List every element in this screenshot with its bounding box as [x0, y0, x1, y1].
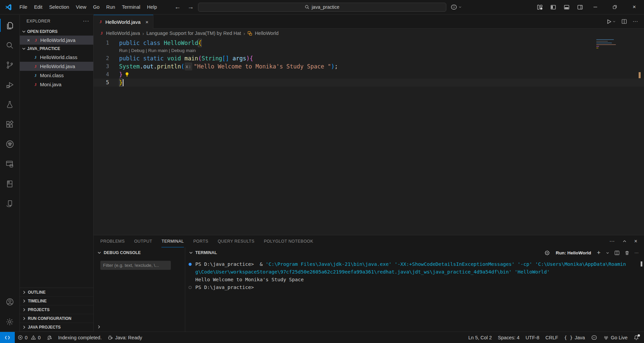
code-line-1[interactable]: 1public class HelloWorld{ [94, 39, 644, 47]
menu-run[interactable]: Run [103, 4, 119, 10]
maximize-panel-icon[interactable] [622, 239, 627, 244]
new-terminal-icon[interactable]: + [597, 249, 600, 256]
customize-layout-icon[interactable] [537, 4, 543, 10]
menu-edit[interactable]: Edit [31, 4, 46, 10]
panel-tab-query-results[interactable]: QUERY RESULTS [218, 235, 254, 247]
github-icon[interactable] [0, 134, 19, 154]
section-projects[interactable]: PROJECTS [20, 305, 93, 314]
terminal-output[interactable]: PS D:\java_practice> & 'C:\Program Files… [185, 258, 644, 332]
debug-filter-input[interactable] [100, 261, 171, 270]
breadcrumb-extension[interactable]: Language Support for Java(TM) by Red Hat [146, 31, 241, 36]
command-center[interactable]: java_practice [198, 3, 446, 12]
command-decoration-hollow[interactable] [189, 286, 192, 289]
menu-file[interactable]: File [16, 4, 31, 10]
close-panel-icon[interactable]: × [634, 238, 637, 244]
tab-helloworld-java[interactable]: J HelloWorld.java × [94, 15, 153, 29]
terminal-scrollbar[interactable] [641, 261, 642, 266]
command-decoration-filled[interactable] [189, 263, 192, 266]
toggle-secondary-sidebar-icon[interactable] [577, 4, 583, 10]
code-editor[interactable]: 1public class HelloWorld{Run | Debug | R… [94, 38, 644, 235]
panel-tab-output[interactable]: OUTPUT [134, 235, 152, 247]
split-terminal-icon[interactable] [614, 250, 620, 255]
settings-gear-icon[interactable] [0, 312, 19, 332]
copilot-status-icon[interactable] [588, 332, 600, 343]
terminal-dropdown-icon[interactable] [606, 251, 609, 255]
run-and-debug-icon[interactable] [0, 75, 19, 95]
testing-icon[interactable] [0, 95, 19, 114]
breadcrumb-file[interactable]: HelloWorld.java [106, 31, 140, 36]
minimize-icon[interactable] [586, 0, 605, 14]
file-helloworld-class[interactable]: JHelloWorld.class [20, 53, 93, 62]
indentation-setting[interactable]: Spaces: 4 [495, 332, 523, 343]
minimap[interactable] [596, 39, 618, 49]
file-helloworld-java[interactable]: JHelloWorld.java [20, 62, 93, 71]
close-window-icon[interactable]: × [625, 0, 644, 14]
chevron-right-icon[interactable] [96, 324, 102, 330]
rocket-status-icon[interactable] [44, 332, 55, 343]
panel-tab-polyglot-notebook[interactable]: POLYGLOT NOTEBOOK [264, 235, 313, 247]
kill-terminal-icon[interactable] [625, 250, 630, 255]
run-java-button[interactable] [606, 19, 616, 24]
code-line-3[interactable]: 3System.out.println(x:"Hello Welcome to … [94, 62, 644, 70]
terminal-instance-label[interactable]: Run: HelloWorld [556, 250, 591, 255]
panel-tab-ports[interactable]: PORTS [193, 235, 208, 247]
panel-tab-problems[interactable]: PROBLEMS [100, 235, 125, 247]
go-live-button[interactable]: Go Live [600, 332, 631, 343]
menu-view[interactable]: View [72, 4, 90, 10]
explorer-actions-icon[interactable]: ··· [83, 18, 89, 24]
restore-icon[interactable] [605, 0, 625, 14]
codelens[interactable]: Run | Debug | Run main | Debug main [94, 47, 644, 54]
folder-header[interactable]: JAVA_PRACTICE [20, 45, 93, 53]
open-editor-item[interactable]: × J HelloWorld.java [20, 36, 93, 45]
menu-selection[interactable]: Selection [46, 4, 72, 10]
menu-go[interactable]: Go [90, 4, 103, 10]
warning-icon [31, 335, 36, 340]
notebook-icon[interactable] [0, 174, 19, 194]
toggle-panel-icon[interactable] [564, 4, 569, 10]
section-outline[interactable]: OUTLINE [20, 288, 93, 297]
toggle-sidebar-icon[interactable] [550, 4, 556, 10]
open-editors-header[interactable]: OPEN EDITORS [20, 28, 93, 36]
terminal-line: PS D:\java_practice> [195, 284, 644, 291]
encoding-setting[interactable]: UTF-8 [523, 332, 542, 343]
close-tab-icon[interactable]: × [144, 19, 150, 25]
breadcrumb-symbol[interactable]: HelloWorld [255, 31, 279, 36]
language-mode[interactable]: { } Java [561, 332, 588, 343]
menu-help[interactable]: Help [144, 4, 160, 10]
eol-setting[interactable]: CRLF [542, 332, 561, 343]
panel-more-actions-icon[interactable]: ··· [609, 238, 615, 244]
java-status[interactable]: Java: Ready [105, 332, 145, 343]
remote-explorer-icon[interactable] [0, 194, 19, 213]
back-icon[interactable]: ← [175, 3, 181, 11]
panel-tab-terminal[interactable]: TERMINAL [161, 235, 184, 247]
cursor-position[interactable]: Ln 5, Col 2 [465, 332, 495, 343]
source-control-icon[interactable] [0, 55, 19, 75]
close-editor-icon[interactable]: × [26, 37, 31, 43]
code-line-4[interactable]: 4} [94, 70, 644, 79]
split-editor-icon[interactable] [622, 19, 627, 24]
menu-terminal[interactable]: Terminal [118, 4, 144, 10]
forward-icon[interactable]: → [188, 3, 194, 11]
section-run-configuration[interactable]: RUN CONFIGURATION [20, 314, 93, 323]
terminal-more-actions-icon[interactable]: ··· [635, 250, 639, 255]
notifications-bell-icon[interactable] [631, 332, 642, 343]
account-icon[interactable] [0, 292, 19, 312]
explorer-icon[interactable] [0, 15, 19, 35]
lightbulb-icon[interactable] [125, 72, 130, 77]
file-moni-class[interactable]: JMoni.class [20, 71, 93, 80]
terminal-header[interactable]: TERMINAL Run: HelloWorld + [185, 247, 644, 258]
search-view-icon[interactable] [0, 35, 19, 55]
section-java-projects[interactable]: JAVA PROJECTS [20, 323, 93, 332]
file-moni-java[interactable]: JMoni.java [20, 80, 93, 89]
debug-console-header[interactable]: DEBUG CONSOLE [94, 247, 185, 258]
indexing-status[interactable]: Indexing completed. [55, 332, 105, 343]
code-line-2[interactable]: 2public static void main(String[] args){ [94, 54, 644, 62]
extensions-icon[interactable] [0, 114, 19, 134]
remote-indicator[interactable] [0, 332, 15, 343]
section-timeline[interactable]: TIMELINE [20, 297, 93, 305]
copilot-menu[interactable] [450, 5, 462, 10]
database-icon[interactable] [0, 154, 19, 174]
problems-status[interactable]: 0 0 [15, 332, 44, 343]
code-line-5[interactable]: 5} [94, 79, 644, 87]
editor-more-actions-icon[interactable]: ··· [633, 18, 638, 24]
